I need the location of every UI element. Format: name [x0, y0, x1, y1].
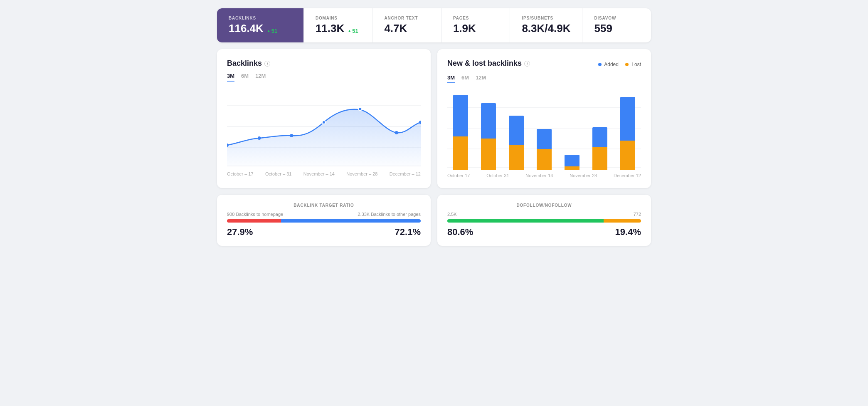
bar-yellow-4: [537, 149, 552, 170]
bar-x-oct17: October 17: [447, 173, 470, 178]
disavow-value: 559: [594, 22, 612, 35]
bar-yellow-2: [481, 139, 496, 170]
bar-group-2: [478, 103, 499, 170]
dofollow-ratio-left-label: 2.5K: [447, 212, 457, 217]
bar-chart-container: [447, 87, 641, 170]
bar-x-dec12: December 12: [614, 173, 641, 178]
dofollow-left-pct: 80.6%: [447, 227, 473, 238]
x-label-oct17: October – 17: [227, 171, 254, 176]
dashboard: BACKLINKS 116.4K 51 DOMAINS 11.3K 51 ANC…: [217, 8, 651, 246]
stat-backlinks: BACKLINKS 116.4K 51: [217, 8, 304, 42]
new-lost-time-tabs: 3M 6M 12M: [447, 74, 641, 83]
bar-blue-7: [620, 97, 635, 141]
pages-value: 1.9K: [453, 22, 476, 35]
bar-yellow-1: [453, 136, 468, 170]
anchor-text-value: 4.7K: [384, 22, 407, 35]
backlink-ratio-left-label: 900 Backlinks to homepage: [227, 212, 283, 217]
backlinks-value: 116.4K: [229, 22, 264, 35]
bar-x-nov28: November 28: [570, 173, 597, 178]
dofollow-bar-orange: [604, 219, 641, 223]
backlinks-chart-title: Backlinks i: [227, 59, 421, 68]
tab-12m[interactable]: 12M: [255, 73, 266, 82]
pages-label: PAGES: [453, 16, 498, 20]
x-label-nov28: November – 28: [346, 171, 377, 176]
charts-row: Backlinks i 3M 6M 12M: [217, 49, 651, 188]
bar-stack-2: [481, 103, 496, 170]
backlinks-delta: 51: [267, 28, 277, 34]
svg-point-5: [258, 136, 261, 140]
domains-label: DOMAINS: [316, 16, 361, 20]
new-lost-info-icon[interactable]: i: [524, 61, 530, 67]
line-chart-x-labels: October – 17 October – 31 November – 14 …: [227, 171, 421, 176]
bar-stack-6: [592, 127, 607, 170]
bar-blue-2: [481, 103, 496, 139]
dofollow-bar-green: [447, 219, 604, 223]
bar-group-3: [506, 116, 527, 170]
tab-6m[interactable]: 6M: [241, 73, 249, 82]
domains-value: 11.3K: [316, 22, 344, 35]
ips-label: IPS/SUBNETS: [522, 16, 570, 20]
svg-point-9: [395, 131, 398, 134]
backlink-ratio-values: 27.9% 72.1%: [227, 227, 421, 238]
svg-point-6: [290, 134, 293, 137]
svg-point-7: [322, 121, 326, 124]
new-lost-tab-3m[interactable]: 3M: [447, 74, 455, 83]
bar-blue-3: [509, 116, 524, 145]
line-chart-svg: [227, 85, 421, 168]
bar-yellow-7: [620, 141, 635, 170]
backlink-bar-red: [227, 219, 281, 223]
backlink-right-pct: 72.1%: [395, 227, 421, 238]
line-chart-container: [227, 85, 421, 168]
tab-3m[interactable]: 3M: [227, 73, 234, 82]
backlinks-time-tabs: 3M 6M 12M: [227, 73, 421, 82]
dofollow-ratio-title: DOFOLLOW/NOFOLLOW: [447, 203, 641, 208]
backlink-ratio-card: BACKLINK TARGET RATIO 900 Backlinks to h…: [217, 195, 431, 246]
x-label-dec12: December – 12: [390, 171, 421, 176]
bar-blue-6: [592, 127, 607, 147]
ratio-row: BACKLINK TARGET RATIO 900 Backlinks to h…: [217, 195, 651, 246]
new-lost-chart-header: New & lost backlinks i Added Lost: [447, 59, 641, 69]
bar-stack-7: [620, 97, 635, 170]
bar-yellow-3: [509, 145, 524, 170]
bar-blue-4: [537, 129, 552, 149]
stat-domains: DOMAINS 11.3K 51: [304, 8, 373, 42]
backlink-ratio-title: BACKLINK TARGET RATIO: [227, 203, 421, 208]
dofollow-right-pct: 19.4%: [615, 227, 641, 238]
backlink-left-pct: 27.9%: [227, 227, 253, 238]
stat-anchor-text: ANCHOR TEXT 4.7K: [372, 8, 441, 42]
stat-pages: PAGES 1.9K: [441, 8, 510, 42]
dofollow-ratio-labels: 2.5K 772: [447, 212, 641, 217]
anchor-text-label: ANCHOR TEXT: [384, 16, 429, 20]
backlink-ratio-right-label: 2.33K Backlinks to other pages: [358, 212, 421, 217]
x-label-oct31: October – 31: [265, 171, 292, 176]
bar-stack-1: [453, 95, 468, 170]
chart-legend: Added Lost: [598, 62, 641, 67]
bar-group-6: [589, 127, 610, 170]
new-lost-tab-12m[interactable]: 12M: [476, 74, 486, 83]
backlinks-info-icon[interactable]: i: [264, 61, 270, 67]
legend-added: Added: [598, 62, 619, 67]
dofollow-ratio-values: 80.6% 19.4%: [447, 227, 641, 238]
disavow-label: DISAVOW: [594, 16, 639, 20]
bar-yellow-6: [592, 147, 607, 170]
new-lost-chart-card: New & lost backlinks i Added Lost 3M 6M: [437, 49, 651, 188]
backlink-bar-blue: [281, 219, 421, 223]
stat-ips: IPS/SUBNETS 8.3K/4.9K: [510, 8, 582, 42]
backlinks-chart-card: Backlinks i 3M 6M 12M: [217, 49, 431, 188]
new-lost-tab-6m[interactable]: 6M: [461, 74, 469, 83]
ips-value: 8.3K/4.9K: [522, 22, 570, 35]
bar-blue-5: [565, 155, 579, 166]
x-label-nov14: November – 14: [303, 171, 335, 176]
dofollow-ratio-right-label: 772: [634, 212, 641, 217]
bar-stack-3: [509, 116, 524, 170]
bar-group-7: [617, 97, 638, 170]
stats-bar: BACKLINKS 116.4K 51 DOMAINS 11.3K 51 ANC…: [217, 8, 651, 42]
bar-stack-5: [565, 155, 579, 170]
bar-group-1: [451, 95, 471, 170]
dofollow-ratio-bar: [447, 219, 641, 223]
backlink-ratio-bar: [227, 219, 421, 223]
legend-lost-dot: [625, 63, 629, 66]
new-lost-chart-title: New & lost backlinks i: [447, 59, 530, 68]
bar-group-4: [534, 129, 555, 170]
bar-stack-4: [537, 129, 552, 170]
